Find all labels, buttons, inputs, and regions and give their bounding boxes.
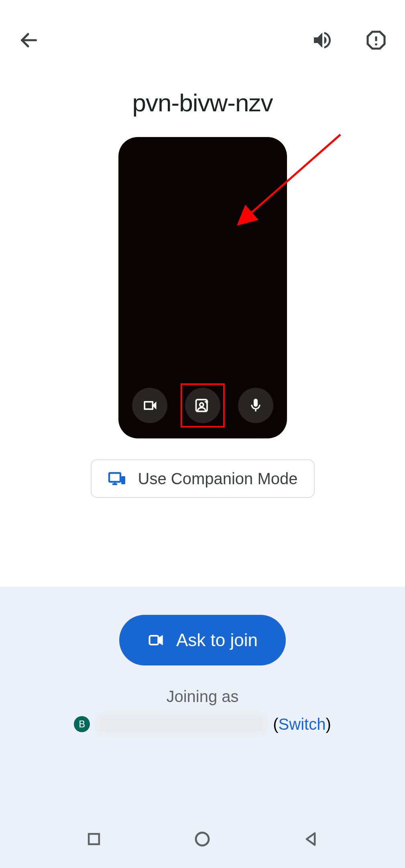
speaker-icon: [311, 29, 334, 51]
arrow-left-icon: [18, 30, 39, 51]
self-video-preview: [118, 137, 287, 438]
visual-effects-button[interactable]: [185, 388, 220, 423]
videocam-icon: [141, 397, 159, 414]
svg-point-12: [196, 833, 209, 845]
switch-account-link[interactable]: Switch: [279, 715, 326, 733]
audio-output-button[interactable]: [309, 27, 335, 53]
toggle-microphone-button[interactable]: [238, 388, 273, 423]
avatar: B: [74, 716, 90, 732]
svg-rect-6: [109, 473, 120, 482]
top-app-bar: [0, 0, 405, 80]
square-outline-icon: [85, 830, 103, 848]
bottom-panel: Ask to join Joining as B (Switch): [0, 587, 405, 868]
svg-rect-11: [89, 834, 99, 844]
svg-rect-9: [121, 476, 125, 484]
system-nav-bar: [0, 812, 405, 868]
switch-wrap: (Switch): [273, 715, 331, 733]
devices-icon: [108, 469, 127, 488]
joining-as-label: Joining as: [166, 688, 238, 706]
companion-mode-button[interactable]: Use Companion Mode: [91, 459, 315, 498]
preview-controls: [118, 388, 287, 423]
nav-home-button[interactable]: [193, 829, 212, 850]
nav-recent-button[interactable]: [85, 830, 103, 850]
report-octagon-icon: [365, 29, 387, 51]
ask-to-join-label: Ask to join: [176, 630, 258, 650]
account-row: B (Switch): [74, 714, 331, 734]
report-problem-button[interactable]: [363, 27, 389, 53]
companion-mode-label: Use Companion Mode: [138, 470, 298, 488]
background-effects-icon: [194, 397, 212, 414]
videocam-outline-icon: [147, 631, 165, 649]
circle-outline-icon: [193, 829, 212, 849]
svg-rect-10: [150, 636, 159, 645]
svg-point-4: [199, 403, 203, 407]
meeting-code: pvn-bivw-nzv: [0, 88, 405, 117]
triangle-left-icon: [302, 830, 320, 848]
svg-point-3: [375, 43, 377, 46]
toggle-camera-button[interactable]: [132, 388, 167, 423]
nav-back-button[interactable]: [302, 830, 320, 850]
account-email-redacted: [97, 714, 266, 734]
microphone-icon: [248, 397, 264, 414]
ask-to-join-button[interactable]: Ask to join: [119, 615, 286, 665]
back-button[interactable]: [16, 27, 42, 53]
